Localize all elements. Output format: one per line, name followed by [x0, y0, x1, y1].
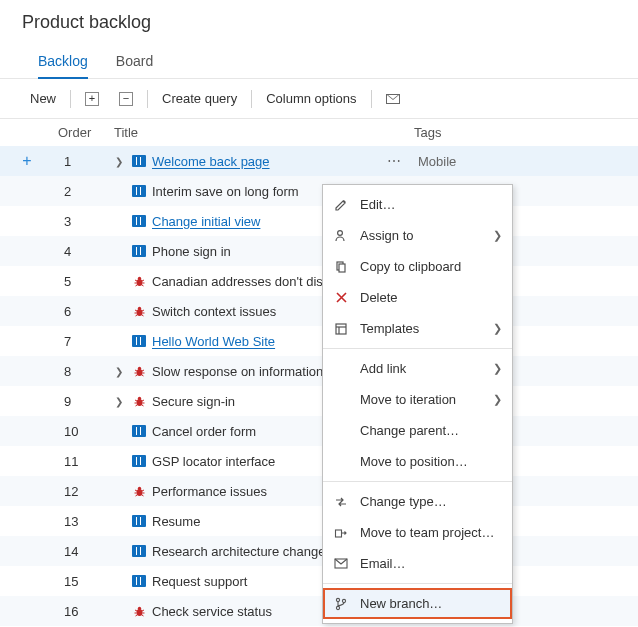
more-actions-icon[interactable]: ⋯ [374, 153, 414, 169]
ctx-move-iteration[interactable]: Move to iteration ❯ [323, 384, 512, 415]
table-row[interactable]: 3Change initial view [0, 206, 638, 236]
bug-icon [133, 605, 146, 618]
separator [70, 90, 71, 108]
table-row[interactable]: 13Resume [0, 506, 638, 536]
chevron-right-icon: ❯ [493, 362, 502, 375]
tags-cell: Mobile [414, 154, 638, 169]
minus-icon: − [119, 92, 133, 106]
ctx-move-team[interactable]: Move to team project… [323, 517, 512, 548]
svg-rect-18 [336, 530, 342, 537]
expand-chevron-icon[interactable]: ❯ [110, 156, 128, 167]
tab-backlog[interactable]: Backlog [38, 47, 88, 79]
envelope-icon [333, 556, 349, 572]
ctx-change-parent[interactable]: Change parent… [323, 415, 512, 446]
table-header: Order Title Tags [0, 119, 638, 146]
ctx-copy[interactable]: Copy to clipboard [323, 251, 512, 282]
svg-point-9 [137, 486, 140, 489]
pbi-icon [132, 545, 146, 557]
table-row[interactable]: 4Phone sign in [0, 236, 638, 266]
svg-point-5 [137, 366, 140, 369]
email-button[interactable] [376, 90, 410, 108]
ctx-change-type[interactable]: Change type… [323, 486, 512, 517]
ctx-templates[interactable]: Templates ❯ [323, 313, 512, 344]
table-row[interactable]: +1❯Welcome back page⋯Mobile [0, 146, 638, 176]
order-cell: 16 [54, 604, 110, 619]
pbi-icon [132, 335, 146, 347]
order-cell: 9 [54, 394, 110, 409]
order-cell: 14 [54, 544, 110, 559]
separator [251, 90, 252, 108]
table-row[interactable]: 11GSP locator interface [0, 446, 638, 476]
svg-point-20 [336, 598, 339, 601]
toolbar: New + − Create query Column options [0, 79, 638, 119]
svg-point-1 [137, 276, 140, 279]
table-row[interactable]: 6Switch context issues [0, 296, 638, 326]
svg-point-7 [137, 396, 140, 399]
expand-levels-button[interactable]: + [75, 88, 109, 110]
bug-icon [133, 305, 146, 318]
pbi-icon [132, 185, 146, 197]
table-row[interactable]: 12Performance issues [0, 476, 638, 506]
x-icon [333, 290, 349, 306]
order-cell: 5 [54, 274, 110, 289]
ctx-move-position[interactable]: Move to position… [323, 446, 512, 477]
col-title[interactable]: Title [110, 125, 350, 140]
pbi-icon [132, 455, 146, 467]
change-type-icon [333, 494, 349, 510]
tab-board[interactable]: Board [116, 47, 153, 78]
move-icon [333, 525, 349, 541]
svg-point-3 [137, 306, 140, 309]
svg-point-21 [336, 606, 339, 609]
pencil-icon [333, 197, 349, 213]
pbi-icon [132, 575, 146, 587]
plus-icon: + [85, 92, 99, 106]
ctx-assign-to[interactable]: Assign to ❯ [323, 220, 512, 251]
table-row[interactable]: 9❯Secure sign-in [0, 386, 638, 416]
templates-icon [333, 321, 349, 337]
order-cell: 15 [54, 574, 110, 589]
ctx-email[interactable]: Email… [323, 548, 512, 579]
ctx-delete[interactable]: Delete [323, 282, 512, 313]
envelope-icon [386, 94, 400, 104]
order-cell: 7 [54, 334, 110, 349]
table-row[interactable]: 5Canadian addresses don't disp [0, 266, 638, 296]
col-tags[interactable]: Tags [410, 125, 638, 140]
branch-icon [333, 596, 349, 612]
separator [323, 348, 512, 349]
ctx-edit[interactable]: Edit… [323, 189, 512, 220]
table-row[interactable]: 8❯Slow response on information [0, 356, 638, 386]
separator [371, 90, 372, 108]
order-cell: 12 [54, 484, 110, 499]
table-row[interactable]: 15Request support [0, 566, 638, 596]
order-cell: 13 [54, 514, 110, 529]
create-query-button[interactable]: Create query [152, 87, 247, 110]
table-row[interactable]: 7Hello World Web Site [0, 326, 638, 356]
view-tabs: Backlog Board [0, 41, 638, 79]
svg-point-11 [137, 606, 140, 609]
expand-chevron-icon[interactable]: ❯ [110, 396, 128, 407]
table-row[interactable]: 16Check service status [0, 596, 638, 626]
pbi-icon [132, 245, 146, 257]
order-cell: 11 [54, 454, 110, 469]
order-cell: 4 [54, 244, 110, 259]
item-title[interactable]: Welcome back page [150, 154, 374, 169]
new-button[interactable]: New [20, 87, 66, 110]
table-row[interactable]: 14Research architecture changes [0, 536, 638, 566]
table-row[interactable]: 10Cancel order form [0, 416, 638, 446]
pbi-icon [132, 425, 146, 437]
expand-chevron-icon[interactable]: ❯ [110, 366, 128, 377]
bug-icon [133, 365, 146, 378]
table-row[interactable]: 2Interim save on long form [0, 176, 638, 206]
separator [323, 583, 512, 584]
chevron-right-icon: ❯ [493, 322, 502, 335]
separator [147, 90, 148, 108]
add-item-icon[interactable]: + [0, 152, 54, 170]
table-body: +1❯Welcome back page⋯Mobile2Interim save… [0, 146, 638, 626]
ctx-add-link[interactable]: Add link ❯ [323, 353, 512, 384]
bug-icon [133, 485, 146, 498]
collapse-levels-button[interactable]: − [109, 88, 143, 110]
column-options-button[interactable]: Column options [256, 87, 366, 110]
col-order[interactable]: Order [54, 125, 110, 140]
ctx-new-branch[interactable]: New branch… [323, 588, 512, 619]
context-menu: Edit… Assign to ❯ Copy to clipboard Dele… [322, 184, 513, 624]
